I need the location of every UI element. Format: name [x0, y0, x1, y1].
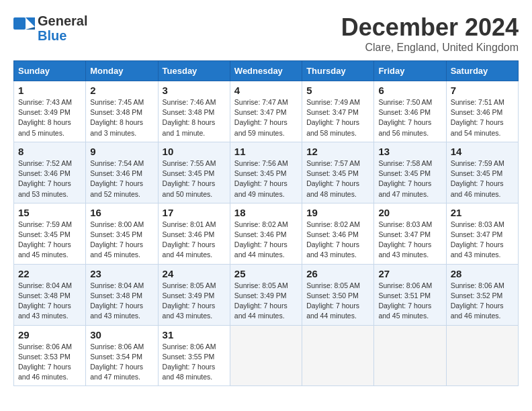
- day-detail: Sunrise: 7:55 AMSunset: 3:45 PMDaylight:…: [163, 158, 226, 199]
- calendar-cell: 9 Sunrise: 7:54 AMSunset: 3:46 PMDayligh…: [86, 142, 158, 203]
- day-number: 28: [451, 268, 514, 279]
- day-detail: Sunrise: 7:47 AMSunset: 3:47 PMDaylight:…: [234, 97, 298, 138]
- day-number: 24: [163, 268, 226, 279]
- calendar-cell: 10 Sunrise: 7:55 AMSunset: 3:45 PMDaylig…: [158, 142, 230, 203]
- calendar-cell: 26 Sunrise: 8:05 AMSunset: 3:50 PMDaylig…: [302, 264, 374, 325]
- day-detail: Sunrise: 7:58 AMSunset: 3:45 PMDaylight:…: [378, 158, 441, 199]
- day-detail: Sunrise: 8:05 AMSunset: 3:49 PMDaylight:…: [163, 281, 226, 322]
- header-thursday: Thursday: [302, 61, 374, 81]
- calendar-cell: 5 Sunrise: 7:49 AMSunset: 3:47 PMDayligh…: [302, 81, 374, 142]
- day-detail: Sunrise: 7:46 AMSunset: 3:48 PMDaylight:…: [163, 97, 226, 138]
- day-number: 27: [378, 268, 441, 279]
- header-monday: Monday: [86, 61, 158, 81]
- header-wednesday: Wednesday: [230, 61, 302, 81]
- calendar-cell: [302, 325, 374, 386]
- svg-marker-1: [26, 17, 35, 27]
- day-detail: Sunrise: 7:52 AMSunset: 3:46 PMDaylight:…: [18, 158, 81, 199]
- day-number: 1: [18, 85, 81, 96]
- day-detail: Sunrise: 8:06 AMSunset: 3:55 PMDaylight:…: [163, 342, 226, 383]
- day-number: 20: [378, 207, 441, 218]
- calendar-cell: 7 Sunrise: 7:51 AMSunset: 3:46 PMDayligh…: [446, 81, 518, 142]
- day-detail: Sunrise: 7:54 AMSunset: 3:46 PMDaylight:…: [90, 158, 153, 199]
- location: Clare, England, United Kingdom: [341, 42, 519, 54]
- header-friday: Friday: [374, 61, 446, 81]
- day-detail: Sunrise: 7:45 AMSunset: 3:48 PMDaylight:…: [90, 97, 153, 138]
- day-number: 11: [234, 146, 298, 157]
- calendar-cell: 11 Sunrise: 7:56 AMSunset: 3:45 PMDaylig…: [230, 142, 302, 203]
- calendar-cell: 30 Sunrise: 8:06 AMSunset: 3:54 PMDaylig…: [86, 325, 158, 386]
- day-number: 3: [163, 85, 226, 96]
- calendar-cell: 2 Sunrise: 7:45 AMSunset: 3:48 PMDayligh…: [86, 81, 158, 142]
- day-detail: Sunrise: 8:05 AMSunset: 3:49 PMDaylight:…: [234, 281, 298, 322]
- day-number: 17: [163, 207, 226, 218]
- day-number: 9: [90, 146, 153, 157]
- calendar-cell: 25 Sunrise: 8:05 AMSunset: 3:49 PMDaylig…: [230, 264, 302, 325]
- calendar-cell: 18 Sunrise: 8:02 AMSunset: 3:46 PMDaylig…: [230, 203, 302, 264]
- day-number: 19: [306, 207, 369, 218]
- day-detail: Sunrise: 7:59 AMSunset: 3:45 PMDaylight:…: [451, 158, 514, 199]
- calendar-cell: 16 Sunrise: 8:00 AMSunset: 3:45 PMDaylig…: [86, 203, 158, 264]
- page-header: General Blue December 2024 Clare, Englan…: [13, 13, 519, 54]
- day-number: 29: [18, 329, 81, 340]
- day-detail: Sunrise: 7:49 AMSunset: 3:47 PMDaylight:…: [306, 97, 369, 138]
- calendar-table: SundayMondayTuesdayWednesdayThursdayFrid…: [13, 60, 519, 386]
- day-detail: Sunrise: 8:06 AMSunset: 3:52 PMDaylight:…: [451, 281, 514, 322]
- svg-rect-0: [13, 17, 26, 30]
- month-title: December 2024: [341, 13, 519, 42]
- day-number: 15: [18, 207, 81, 218]
- calendar-cell: 15 Sunrise: 7:59 AMSunset: 3:45 PMDaylig…: [14, 203, 86, 264]
- calendar-cell: 12 Sunrise: 7:57 AMSunset: 3:45 PMDaylig…: [302, 142, 374, 203]
- calendar-header-row: SundayMondayTuesdayWednesdayThursdayFrid…: [14, 61, 519, 81]
- day-number: 18: [234, 207, 298, 218]
- day-detail: Sunrise: 8:05 AMSunset: 3:50 PMDaylight:…: [306, 281, 369, 322]
- day-number: 4: [234, 85, 298, 96]
- day-number: 14: [451, 146, 514, 157]
- header-tuesday: Tuesday: [158, 61, 230, 81]
- day-detail: Sunrise: 8:02 AMSunset: 3:46 PMDaylight:…: [234, 220, 298, 261]
- day-detail: Sunrise: 8:04 AMSunset: 3:48 PMDaylight:…: [18, 281, 81, 322]
- day-detail: Sunrise: 7:50 AMSunset: 3:46 PMDaylight:…: [378, 97, 441, 138]
- calendar-cell: 1 Sunrise: 7:43 AMSunset: 3:49 PMDayligh…: [14, 81, 86, 142]
- calendar-cell: 6 Sunrise: 7:50 AMSunset: 3:46 PMDayligh…: [374, 81, 446, 142]
- calendar-week-3: 15 Sunrise: 7:59 AMSunset: 3:45 PMDaylig…: [14, 203, 519, 264]
- calendar-cell: 28 Sunrise: 8:06 AMSunset: 3:52 PMDaylig…: [446, 264, 518, 325]
- day-number: 13: [378, 146, 441, 157]
- calendar-cell: 24 Sunrise: 8:05 AMSunset: 3:49 PMDaylig…: [158, 264, 230, 325]
- day-detail: Sunrise: 8:06 AMSunset: 3:54 PMDaylight:…: [90, 342, 153, 383]
- calendar-cell: 27 Sunrise: 8:06 AMSunset: 3:51 PMDaylig…: [374, 264, 446, 325]
- day-detail: Sunrise: 7:43 AMSunset: 3:49 PMDaylight:…: [18, 97, 81, 138]
- day-detail: Sunrise: 8:06 AMSunset: 3:53 PMDaylight:…: [18, 342, 81, 383]
- calendar-cell: [230, 325, 302, 386]
- day-number: 22: [18, 268, 81, 279]
- day-number: 7: [451, 85, 514, 96]
- calendar-week-5: 29 Sunrise: 8:06 AMSunset: 3:53 PMDaylig…: [14, 325, 519, 386]
- calendar-cell: 4 Sunrise: 7:47 AMSunset: 3:47 PMDayligh…: [230, 81, 302, 142]
- calendar-cell: 8 Sunrise: 7:52 AMSunset: 3:46 PMDayligh…: [14, 142, 86, 203]
- day-number: 25: [234, 268, 298, 279]
- calendar-cell: 31 Sunrise: 8:06 AMSunset: 3:55 PMDaylig…: [158, 325, 230, 386]
- calendar-cell: 17 Sunrise: 8:01 AMSunset: 3:46 PMDaylig…: [158, 203, 230, 264]
- day-detail: Sunrise: 8:06 AMSunset: 3:51 PMDaylight:…: [378, 281, 441, 322]
- day-number: 23: [90, 268, 153, 279]
- calendar-cell: 29 Sunrise: 8:06 AMSunset: 3:53 PMDaylig…: [14, 325, 86, 386]
- title-section: December 2024 Clare, England, United Kin…: [341, 13, 519, 54]
- calendar-week-2: 8 Sunrise: 7:52 AMSunset: 3:46 PMDayligh…: [14, 142, 519, 203]
- day-detail: Sunrise: 7:56 AMSunset: 3:45 PMDaylight:…: [234, 158, 298, 199]
- logo-icon: [13, 17, 35, 39]
- logo-blue: Blue: [38, 28, 66, 43]
- calendar-cell: 21 Sunrise: 8:03 AMSunset: 3:47 PMDaylig…: [446, 203, 518, 264]
- day-number: 8: [18, 146, 81, 157]
- calendar-cell: 22 Sunrise: 8:04 AMSunset: 3:48 PMDaylig…: [14, 264, 86, 325]
- logo-general: General: [38, 13, 87, 28]
- day-detail: Sunrise: 8:01 AMSunset: 3:46 PMDaylight:…: [163, 220, 226, 261]
- day-detail: Sunrise: 8:00 AMSunset: 3:45 PMDaylight:…: [90, 220, 153, 261]
- day-detail: Sunrise: 8:03 AMSunset: 3:47 PMDaylight:…: [451, 220, 514, 261]
- day-detail: Sunrise: 8:02 AMSunset: 3:46 PMDaylight:…: [306, 220, 369, 261]
- day-number: 2: [90, 85, 153, 96]
- day-detail: Sunrise: 7:57 AMSunset: 3:45 PMDaylight:…: [306, 158, 369, 199]
- calendar-cell: 23 Sunrise: 8:04 AMSunset: 3:48 PMDaylig…: [86, 264, 158, 325]
- day-detail: Sunrise: 8:03 AMSunset: 3:47 PMDaylight:…: [378, 220, 441, 261]
- calendar-cell: [374, 325, 446, 386]
- calendar-cell: 14 Sunrise: 7:59 AMSunset: 3:45 PMDaylig…: [446, 142, 518, 203]
- day-number: 16: [90, 207, 153, 218]
